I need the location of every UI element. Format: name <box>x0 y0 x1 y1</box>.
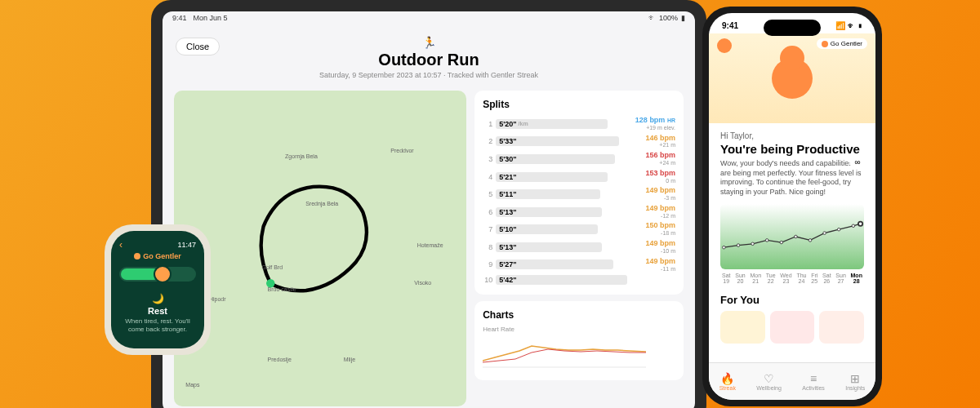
settings-badge[interactable]: ∞ <box>849 153 866 170</box>
split-row[interactable]: 7 5'10" 150 bpm-18 m <box>483 220 675 238</box>
gentler-dot-icon <box>134 253 140 259</box>
mascot-illustration <box>764 46 821 111</box>
for-you-cards <box>720 311 864 344</box>
streak-day[interactable]: Sat26 <box>822 273 831 284</box>
tab-icon: ⊞ <box>845 372 865 385</box>
workout-title: Outdoor Run <box>163 51 695 69</box>
split-row[interactable]: 8 5'13" 149 bpm-10 m <box>483 238 675 256</box>
map-place-label: Mlije <box>344 357 355 362</box>
streak-day[interactable]: Thu24 <box>796 273 806 284</box>
split-hr: 146 bpm <box>645 135 675 143</box>
watch-case: ‹ 11:47 Go Gentler 🌙 Rest When tired, re… <box>105 224 211 355</box>
split-row[interactable]: 3 5'30" 156 bpm+24 m <box>483 150 675 168</box>
svg-point-7 <box>795 235 798 238</box>
streak-day[interactable]: Mon21 <box>750 273 761 284</box>
split-pace-bar: 5'27" <box>496 259 613 269</box>
workout-header: 🏃 Outdoor Run Saturday, 9 September 2023… <box>163 24 695 84</box>
split-pace-bar: 5'20"/km <box>496 119 608 129</box>
split-number: 8 <box>483 243 492 251</box>
tab-streak[interactable]: 🔥Streak <box>719 372 736 391</box>
split-number: 7 <box>483 225 492 233</box>
workout-subtitle: Saturday, 9 September 2023 at 10:57 · Tr… <box>163 71 695 79</box>
split-number: 10 <box>483 276 492 284</box>
split-elev: -18 m <box>645 230 675 237</box>
split-row[interactable]: 9 5'27" 149 bpm-11 m <box>483 256 675 274</box>
for-you-card[interactable] <box>770 311 815 344</box>
gentler-dot-icon <box>822 41 828 47</box>
close-button[interactable]: Close <box>176 38 220 55</box>
map-place-label: Visoko <box>414 280 431 286</box>
streak-day[interactable]: Tue22 <box>766 273 776 284</box>
for-you-card[interactable] <box>720 311 765 344</box>
tab-wellbeing[interactable]: ♡Wellbeing <box>756 372 782 391</box>
iphone-device: 9:41 📶 ᯤ ▮ Go Gentler Hi Taylor, You're … <box>702 7 882 406</box>
streak-days-row: Sat19Sun20Mon21Tue22Wed23Thu24Fri25Sat26… <box>720 269 864 287</box>
split-elev: +19 m elev. <box>635 125 675 131</box>
back-chevron-icon[interactable]: ‹ <box>119 239 122 251</box>
svg-point-10 <box>837 228 840 231</box>
rest-subtitle: When tired, rest. You'll come back stron… <box>119 317 196 333</box>
split-pace-bar: 5'21" <box>496 172 608 182</box>
split-row[interactable]: 5 5'11" 149 bpm-3 m <box>483 185 675 203</box>
streak-day[interactable]: Fri25 <box>811 273 817 284</box>
svg-point-8 <box>808 238 812 242</box>
split-number: 1 <box>483 120 492 128</box>
streak-day[interactable]: Mon28 <box>851 273 862 284</box>
streak-day[interactable]: Wed23 <box>780 273 791 284</box>
split-elev: 0 m <box>645 178 675 184</box>
watch-gentler-badge: Go Gentler <box>119 252 196 260</box>
battery-icon: ▮ <box>681 14 685 22</box>
split-pace-bar: 5'30" <box>496 154 615 164</box>
streak-day[interactable]: Sun20 <box>735 273 745 284</box>
go-gentler-pill[interactable]: Go Gentler <box>817 38 867 49</box>
slider-thumb[interactable] <box>154 265 172 283</box>
streak-chart[interactable] <box>720 204 864 269</box>
tab-insights[interactable]: ⊞Insights <box>845 372 865 391</box>
avatar-icon[interactable] <box>717 38 732 53</box>
signal-wifi-battery-icon: 📶 ᯤ ▮ <box>835 21 862 30</box>
watch-device: ‹ 11:47 Go Gentler 🌙 Rest When tired, re… <box>96 224 219 371</box>
svg-point-11 <box>852 224 855 228</box>
tab-activities[interactable]: ≡Activities <box>802 372 825 391</box>
effort-slider[interactable] <box>119 267 196 282</box>
split-number: 6 <box>483 208 492 216</box>
split-pace-bar: 5'42" <box>496 275 626 285</box>
split-pace-bar: 5'33" <box>496 136 619 146</box>
map-place-label: Zgornja Bela <box>285 153 318 159</box>
ipad-device: 9:41 Mon Jun 5 ᯤ 100% ▮ Close 🏃 Outdoor … <box>151 0 706 408</box>
battery-pct: 100% <box>659 14 678 22</box>
ipad-time: 9:41 <box>172 14 187 22</box>
tab-label: Wellbeing <box>756 385 782 391</box>
rest-icon: 🌙 <box>119 293 196 304</box>
svg-point-2 <box>723 246 726 249</box>
split-hr: 128 bpm HR <box>635 117 675 125</box>
split-row[interactable]: 4 5'21" 153 bpm0 m <box>483 168 675 186</box>
streak-day[interactable]: Sat19 <box>722 273 731 284</box>
tab-bar: 🔥Streak♡Wellbeing≡Activities⊞Insights <box>709 362 875 400</box>
split-elev: -3 m <box>645 195 675 202</box>
split-row[interactable]: 10 5'42" <box>483 273 675 286</box>
split-number: 2 <box>483 137 492 145</box>
split-hr: 149 bpm <box>645 240 675 248</box>
for-you-heading: For You <box>720 294 864 306</box>
map-place-label: Predoslje <box>268 357 292 362</box>
split-elev: -12 m <box>645 213 675 220</box>
map-place-label: Hotemaže <box>417 242 443 248</box>
streak-day[interactable]: Sun27 <box>835 273 845 284</box>
rest-title: Rest <box>119 306 196 316</box>
hr-chart[interactable] <box>483 336 646 369</box>
split-hr: 149 bpm <box>645 205 675 213</box>
ipad-date: Mon Jun 5 <box>194 14 228 22</box>
hr-chart-label: Heart Rate <box>483 326 675 333</box>
split-row[interactable]: 2 5'33" 146 bpm+21 m <box>483 133 675 151</box>
split-row[interactable]: 6 5'13" 149 bpm-12 m <box>483 203 675 221</box>
charts-card: Charts Heart Rate <box>474 301 684 380</box>
svg-point-6 <box>780 241 783 244</box>
tab-label: Activities <box>802 385 825 391</box>
for-you-card[interactable] <box>819 311 864 344</box>
split-row[interactable]: 1 5'20"/km 128 bpm HR+19 m elev. <box>483 115 675 133</box>
map-place-label: Golf Brd <box>261 264 283 270</box>
split-number: 9 <box>483 260 492 268</box>
split-number: 3 <box>483 155 492 163</box>
split-pace-bar: 5'10" <box>496 224 598 234</box>
